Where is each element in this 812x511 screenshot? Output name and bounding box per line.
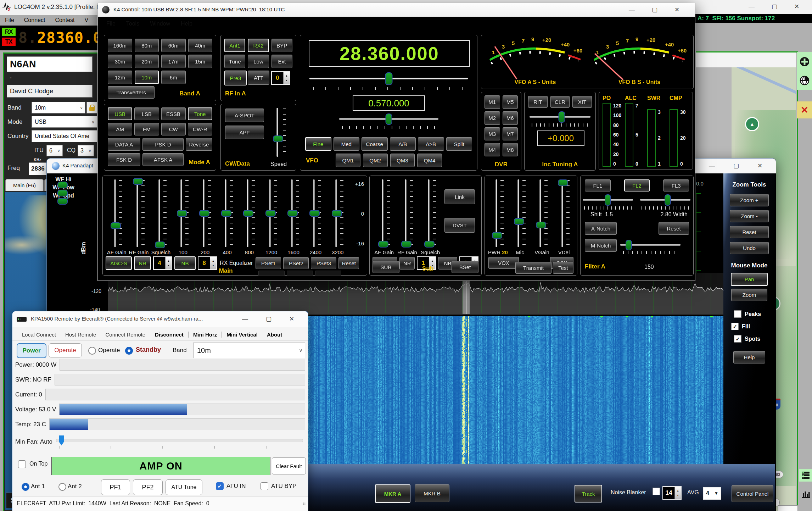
control-panel-button[interactable]: Control Panel	[732, 485, 773, 502]
band-button[interactable]: 17m	[161, 55, 186, 68]
zoom-undo-button[interactable]: Undo	[730, 242, 769, 254]
mode-button[interactable]: FM	[134, 123, 159, 135]
peaks-check-row[interactable]: Peaks	[734, 310, 775, 318]
kpa-window-controls[interactable]: — ▢ ✕	[242, 315, 294, 323]
band-button[interactable]: 40m	[188, 39, 213, 52]
k4-menu-item[interactable]: File	[106, 21, 116, 27]
filter-reset-button[interactable]: Reset	[659, 222, 689, 235]
k4-window-controls[interactable]: — ▢ ✕	[629, 6, 679, 13]
vfo-step-button[interactable]: A/B	[390, 137, 416, 151]
rfin-button[interactable]: RX2	[248, 39, 269, 52]
map-peak-marker-icon[interactable]: ▲	[745, 117, 759, 131]
peaks-checkbox[interactable]	[734, 310, 741, 318]
country-select[interactable]: United States Of Ame	[32, 130, 97, 142]
mode-button[interactable]: FSK D	[108, 153, 140, 166]
pre3-button[interactable]: Pre3	[224, 71, 247, 85]
spinner-arrows-icon[interactable]: ▲▼	[674, 487, 681, 499]
close-icon[interactable]: ✕	[289, 315, 294, 323]
kpa-operate-button[interactable]: Operate	[49, 343, 82, 357]
band-button[interactable]: 15m	[188, 55, 213, 68]
pset-button[interactable]: PSet3	[311, 257, 336, 269]
dvr-memory-button[interactable]: M5	[503, 95, 518, 109]
zoom-reset-button[interactable]: Reset	[730, 226, 769, 238]
vfo-main-slider[interactable]	[309, 73, 468, 85]
band-button[interactable]: 10m	[135, 71, 159, 84]
close-icon[interactable]: ✕	[757, 162, 762, 170]
link-button[interactable]: Link	[444, 189, 475, 204]
itu-select[interactable]: 6∨	[46, 145, 63, 156]
kpa-menu-item[interactable]: Host Remote	[61, 332, 101, 338]
slider-rf-gain[interactable]: RF Gain	[396, 179, 419, 255]
spots-check-row[interactable]: ✓ Spots	[734, 335, 775, 343]
mode-button[interactable]: Reverse	[186, 138, 212, 151]
rfin-button[interactable]: Tune	[224, 55, 245, 68]
fill-checkbox[interactable]: ✓	[731, 323, 739, 330]
inc-tuning-slider[interactable]	[530, 112, 590, 122]
atu-byp-checkbox[interactable]	[261, 482, 268, 490]
k4-menu-item[interactable]: Window	[150, 21, 170, 27]
att-button[interactable]: ATT	[248, 71, 269, 85]
apf-button[interactable]: APF	[225, 126, 264, 139]
sub-nr-button[interactable]: NR	[399, 257, 415, 270]
dvr-memory-button[interactable]: M1	[485, 95, 500, 109]
slider-3200[interactable]: 3200	[327, 179, 349, 255]
filter-select-button[interactable]: FL2	[624, 179, 650, 191]
kpa-power-button[interactable]: Power	[17, 343, 46, 358]
band-button[interactable]: 6m	[161, 71, 186, 84]
maximize-icon[interactable]: ▢	[266, 315, 271, 323]
log4om-menu-contest[interactable]: Contest	[55, 17, 74, 23]
callsign-input[interactable]: N6AN	[7, 56, 93, 72]
mode-button[interactable]: ESSB	[161, 107, 186, 120]
spinner-arrows-icon[interactable]: ▲▼	[210, 257, 216, 269]
amp-on-button[interactable]: AMP ON	[51, 457, 270, 475]
qm-button[interactable]: QM3	[390, 154, 415, 167]
atu-tune-button[interactable]: ATU Tune	[166, 479, 202, 495]
avg-select[interactable]: 4 ▼	[703, 487, 721, 500]
mkr-a-button[interactable]: MKR A	[375, 484, 410, 503]
pset-button[interactable]: PSet2	[283, 257, 309, 269]
slider-squelch[interactable]: Squelch	[150, 179, 172, 255]
ant2-radio[interactable]	[58, 483, 66, 491]
mode-button[interactable]: PSK D	[142, 138, 184, 151]
noise-blanker-spinner[interactable]: 14 ▲▼	[662, 486, 682, 500]
mouse-mode-zoom-button[interactable]: Zoom	[731, 289, 767, 301]
log4om-menu-view[interactable]: V	[85, 17, 89, 23]
noise-blanker-checkbox[interactable]	[653, 488, 660, 495]
speed-slider[interactable]	[273, 107, 287, 157]
band-select[interactable]: 10m∨	[32, 102, 85, 113]
slider-400[interactable]: 400	[216, 179, 238, 255]
pset-button[interactable]: Reset	[338, 257, 359, 269]
dvr-memory-button[interactable]: M3	[485, 127, 500, 141]
mouse-mode-pan-button[interactable]: Pan	[731, 273, 768, 286]
mode-button[interactable]: CW	[161, 123, 186, 135]
map-globe-button[interactable]	[797, 71, 812, 90]
rfin-button[interactable]: Ext	[271, 55, 292, 68]
ontop-checkbox[interactable]	[18, 460, 26, 468]
kpa-menu-item[interactable]: Disconnect	[150, 332, 189, 338]
minimize-icon[interactable]: —	[709, 162, 715, 170]
nb-button[interactable]: NB	[174, 256, 196, 270]
slider-vdel[interactable]: VDel	[553, 179, 575, 255]
inc-tuning-button[interactable]: XIT	[572, 96, 592, 108]
slider-rf-gain[interactable]: RF Gain	[128, 179, 150, 255]
slider-pwr[interactable]: PWR 20	[487, 179, 509, 255]
vfo-step-button[interactable]: Fine	[305, 137, 331, 151]
map-close-button[interactable]: ✕	[797, 101, 812, 118]
dvr-memory-button[interactable]: M6	[503, 111, 518, 125]
kpa-menu-item[interactable]: Local Connect	[17, 332, 61, 338]
mode-button[interactable]: LSB	[134, 107, 159, 120]
mode-button[interactable]: AFSK A	[142, 153, 184, 166]
sub-button[interactable]: SUB	[373, 261, 399, 273]
log4om-menu-file[interactable]: File	[5, 17, 14, 23]
slider-wf-hi[interactable]: WF Hi	[51, 176, 76, 184]
nb-spinner[interactable]: 8▲▼	[198, 256, 217, 270]
kpa-menu-item[interactable]: Connect Remote	[101, 332, 150, 338]
mode-select[interactable]: USB∨	[32, 116, 97, 128]
ant1-radio[interactable]	[22, 483, 29, 491]
inc-tuning-button[interactable]: RIT	[528, 96, 548, 108]
cq-select[interactable]: 3∨	[78, 145, 94, 156]
rfin-button[interactable]: BYP	[271, 39, 292, 52]
server-list-button[interactable]	[799, 469, 812, 482]
band-button[interactable]: 30m	[108, 55, 132, 68]
k4-menu-item[interactable]: Tools	[126, 21, 139, 27]
